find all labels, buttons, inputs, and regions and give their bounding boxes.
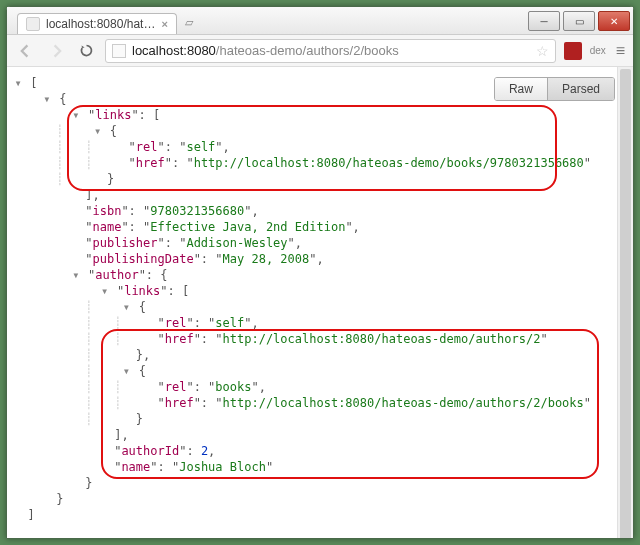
menu-icon[interactable]: ≡: [616, 42, 625, 60]
json-line: ┊ }: [13, 411, 625, 427]
tab-title: localhost:8080/hateoas-de: [46, 17, 156, 31]
json-line: "name": "Effective Java, 2nd Edition",: [13, 219, 625, 235]
json-line: ┊ ┊ "rel": "self",: [13, 315, 625, 331]
json-line: ┊ ┊ "href": "http://localhost:8080/hateo…: [13, 395, 625, 411]
json-line: "name": "Joshua Bloch": [13, 459, 625, 475]
json-line: "publishingDate": "May 28, 2008",: [13, 251, 625, 267]
forward-button[interactable]: [45, 40, 67, 62]
json-line: ┊ ▾ {: [13, 363, 625, 379]
json-line: ]: [13, 507, 625, 523]
toolbar: localhost:8080/hateoas-demo/authors/2/bo…: [7, 35, 633, 67]
json-line: ┊ ▾ {: [13, 123, 625, 139]
collapse-toggle-icon[interactable]: ▾: [100, 283, 110, 299]
raw-view-button[interactable]: Raw: [495, 78, 547, 100]
json-line: ┊ ┊ "rel": "self",: [13, 139, 625, 155]
view-mode-toggle: Raw Parsed: [494, 77, 615, 101]
maximize-button[interactable]: ▭: [563, 11, 595, 31]
collapse-toggle-icon[interactable]: ▾: [71, 267, 81, 283]
arrow-left-icon: [19, 44, 33, 58]
back-button[interactable]: [15, 40, 37, 62]
page-icon: [112, 44, 126, 58]
json-line: ┊ ▾ {: [13, 299, 625, 315]
minimize-button[interactable]: ─: [528, 11, 560, 31]
scrollbar[interactable]: [617, 67, 633, 538]
json-line: ┊ ┊ "href": "http://localhost:8080/hateo…: [13, 331, 625, 347]
collapse-toggle-icon[interactable]: ▾: [42, 91, 52, 107]
extension-icon-2[interactable]: dex: [590, 44, 608, 58]
url-text: localhost:8080/hateoas-demo/authors/2/bo…: [132, 43, 530, 58]
json-line: "isbn": "9780321356680",: [13, 203, 625, 219]
close-window-button[interactable]: ✕: [598, 11, 630, 31]
scrollbar-thumb[interactable]: [620, 69, 631, 538]
collapse-toggle-icon[interactable]: ▾: [121, 299, 131, 315]
json-line: ▾ "links": [: [13, 283, 625, 299]
json-line: ┊ ┊ "rel": "books",: [13, 379, 625, 395]
json-line: "publisher": "Addison-Wesley",: [13, 235, 625, 251]
json-line: ],: [13, 187, 625, 203]
url-host: localhost:8080: [132, 43, 216, 58]
window-controls: ─ ▭ ✕: [528, 7, 633, 34]
bookmark-star-icon[interactable]: ☆: [536, 43, 549, 59]
json-line: ┊ },: [13, 347, 625, 363]
arrow-right-icon: [49, 44, 63, 58]
tab-strip: localhost:8080/hateoas-de × ▱: [7, 7, 193, 34]
json-line: }: [13, 475, 625, 491]
collapse-toggle-icon[interactable]: ▾: [13, 75, 23, 91]
collapse-toggle-icon[interactable]: ▾: [71, 107, 81, 123]
json-line: "authorId": 2,: [13, 443, 625, 459]
browser-window: localhost:8080/hateoas-de × ▱ ─ ▭ ✕ loca…: [6, 6, 634, 539]
reload-button[interactable]: [75, 40, 97, 62]
json-line: ▾ "links": [: [13, 107, 625, 123]
json-line: ┊ ┊ "href": "http://localhost:8080/hateo…: [13, 155, 625, 171]
extension-icon-1[interactable]: [564, 42, 582, 60]
reload-icon: [79, 43, 94, 58]
address-bar[interactable]: localhost:8080/hateoas-demo/authors/2/bo…: [105, 39, 556, 63]
json-line: }: [13, 491, 625, 507]
tab-close-icon[interactable]: ×: [162, 18, 168, 30]
parsed-view-button[interactable]: Parsed: [547, 78, 614, 100]
titlebar: localhost:8080/hateoas-de × ▱ ─ ▭ ✕: [7, 7, 633, 35]
collapse-toggle-icon[interactable]: ▾: [121, 363, 131, 379]
collapse-toggle-icon[interactable]: ▾: [93, 123, 103, 139]
new-tab-button[interactable]: ▱: [185, 16, 193, 29]
browser-tab[interactable]: localhost:8080/hateoas-de ×: [17, 13, 177, 34]
favicon-icon: [26, 17, 40, 31]
json-line: ▾ "author": {: [13, 267, 625, 283]
json-line: ┊ }: [13, 171, 625, 187]
json-viewer: Raw Parsed ▾ [ ▾ { ▾ "links": [ ┊ ▾ { ┊ …: [7, 67, 633, 538]
url-path: /hateoas-demo/authors/2/books: [216, 43, 399, 58]
json-line: ],: [13, 427, 625, 443]
